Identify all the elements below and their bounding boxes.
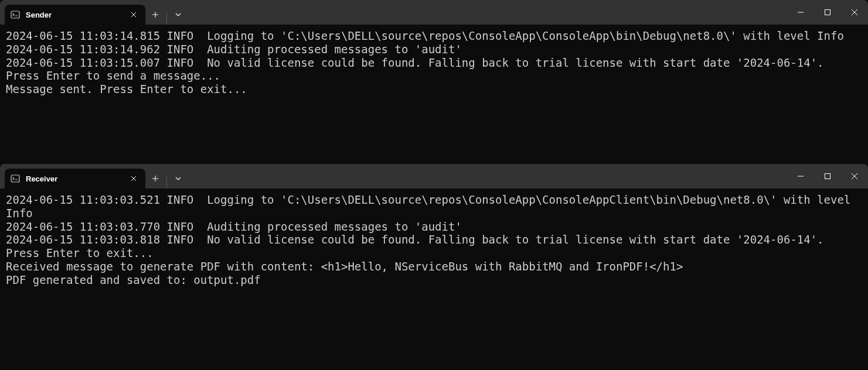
terminal-output-receiver[interactable]: 2024-06-15 11:03:03.521 INFO Logging to … — [0, 189, 868, 370]
window-controls — [787, 164, 868, 189]
terminal-line: Message sent. Press Enter to exit... — [6, 83, 862, 96]
terminal-icon — [11, 174, 20, 183]
terminal-line: PDF generated and saved to: output.pdf — [6, 273, 862, 287]
tab-title: Sender — [26, 11, 122, 19]
divider — [166, 13, 167, 25]
tab-close-button[interactable] — [128, 173, 139, 184]
terminal-icon — [11, 10, 20, 19]
new-tab-button[interactable] — [145, 169, 165, 189]
terminal-line: 2024-06-15 11:03:03.770 INFO Auditing pr… — [6, 220, 862, 234]
terminal-line: Press Enter to send a message... — [6, 69, 862, 83]
minimize-button[interactable] — [787, 0, 814, 25]
svg-rect-0 — [11, 11, 19, 18]
terminal-line: 2024-06-15 11:03:14.962 INFO Auditing pr… — [6, 43, 862, 56]
terminal-line: Press Enter to exit... — [6, 246, 862, 260]
tab-dropdown-button[interactable] — [168, 5, 188, 25]
window-controls — [787, 0, 868, 25]
titlebar[interactable]: Receiver — [0, 164, 868, 189]
tab-title: Receiver — [26, 174, 122, 183]
terminal-line: 2024-06-15 11:03:15.007 INFO No valid li… — [6, 56, 862, 70]
divider — [166, 177, 167, 189]
tab-receiver[interactable]: Receiver — [5, 169, 145, 189]
tab-container: Sender — [0, 0, 188, 25]
svg-rect-2 — [11, 175, 19, 182]
terminal-line: 2024-06-15 11:03:03.521 INFO Logging to … — [6, 193, 862, 220]
terminal-line: 2024-06-15 11:03:14.815 INFO Logging to … — [6, 29, 862, 43]
close-button[interactable] — [841, 164, 868, 189]
terminal-line: 2024-06-15 11:03:03.818 INFO No valid li… — [6, 233, 862, 246]
tab-dropdown-button[interactable] — [168, 169, 188, 189]
titlebar[interactable]: Sender — [0, 0, 868, 25]
terminal-line: Received message to generate PDF with co… — [6, 260, 862, 273]
svg-rect-1 — [825, 10, 830, 15]
terminal-output-sender[interactable]: 2024-06-15 11:03:14.815 INFO Logging to … — [0, 25, 868, 164]
svg-rect-3 — [825, 174, 830, 179]
maximize-button[interactable] — [814, 164, 841, 189]
minimize-button[interactable] — [787, 164, 814, 189]
tab-sender[interactable]: Sender — [5, 5, 145, 25]
tab-container: Receiver — [0, 164, 188, 189]
terminal-window-receiver: Receiver 2024-06-15 11 — [0, 164, 868, 370]
terminal-window-sender: Sender 2024-06-15 11:0 — [0, 0, 868, 164]
close-button[interactable] — [841, 0, 868, 25]
maximize-button[interactable] — [814, 0, 841, 25]
tab-close-button[interactable] — [128, 9, 139, 20]
new-tab-button[interactable] — [145, 5, 165, 25]
